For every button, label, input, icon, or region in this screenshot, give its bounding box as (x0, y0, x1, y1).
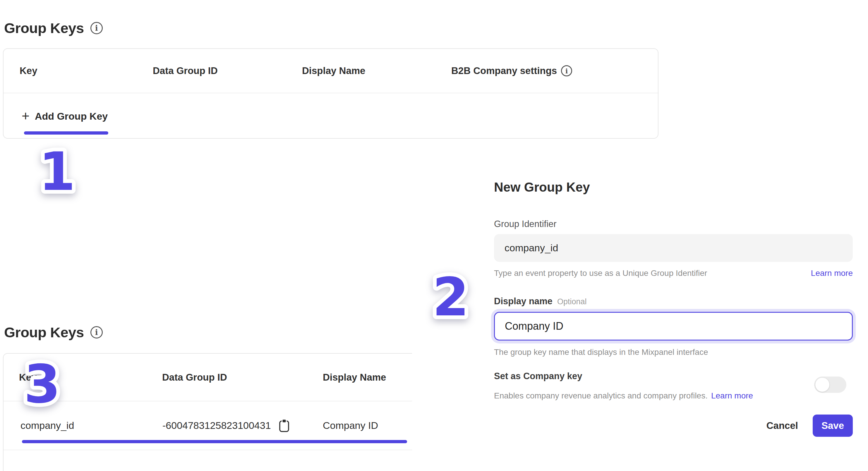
form-title: New Group Key (494, 180, 590, 194)
group-keys-heading-top: Group Keys i (4, 20, 103, 36)
column-header-data-group-id: Data Group ID (162, 372, 323, 383)
group-identifier-value: company_id (504, 242, 558, 254)
info-icon[interactable]: i (90, 22, 103, 34)
page-title: Group Keys (4, 20, 84, 36)
column-header-display-name: Display Name (323, 372, 386, 383)
save-button[interactable]: Save (813, 414, 853, 437)
group-identifier-input[interactable]: company_id (494, 234, 853, 262)
cell-key: company_id (3, 420, 162, 431)
column-header-key: Key (3, 65, 153, 76)
step-2-badge: 2 (426, 272, 475, 334)
company-key-label: Set as Company key (494, 371, 582, 381)
row-highlight-underline (22, 440, 407, 443)
toggle-knob (815, 378, 829, 392)
learn-more-link[interactable]: Learn more (811, 269, 853, 278)
display-name-label: Display name (494, 296, 553, 307)
group-identifier-helper-row: Type an event property to use as a Uniqu… (494, 269, 853, 278)
page-title: Group Keys (4, 324, 84, 341)
svg-text:3: 3 (24, 353, 60, 414)
column-header-display-name: Display Name (302, 65, 451, 76)
row-separator (3, 450, 412, 450)
learn-more-link[interactable]: Learn more (711, 391, 753, 401)
page: Group Keys i Key Data Group ID Display N… (0, 0, 868, 471)
svg-text:1: 1 (39, 141, 75, 202)
display-name-value: Company ID (505, 320, 563, 332)
group-identifier-helper: Type an event property to use as a Uniqu… (494, 269, 707, 278)
optional-badge: Optional (557, 297, 587, 306)
form-actions: Cancel Save (494, 414, 853, 437)
column-header-data-group-id: Data Group ID (153, 65, 302, 76)
group-identifier-label: Group Identifier (494, 219, 557, 229)
step-3-badge: 3 (17, 357, 67, 420)
info-icon[interactable]: i (561, 65, 572, 76)
display-name-helper: The group key name that displays in the … (494, 348, 708, 357)
display-name-label-row: Display name Optional (494, 296, 586, 307)
step-1-badge: 1 (35, 143, 79, 206)
group-keys-table-top: Key Data Group ID Display Name B2B Compa… (3, 48, 658, 139)
company-key-toggle[interactable] (814, 377, 846, 393)
info-icon[interactable]: i (90, 326, 103, 339)
column-header-b2b-settings: B2B Company settings i (451, 65, 572, 76)
plus-icon: + (22, 109, 30, 123)
cell-data-group-id: -6004783125823100431 (162, 418, 323, 433)
company-key-helper: Enables company revenue analytics and co… (494, 391, 708, 401)
company-key-helper-row: Enables company revenue analytics and co… (494, 391, 853, 401)
group-keys-heading-bottom: Group Keys i (4, 324, 103, 341)
display-name-input[interactable]: Company ID (494, 312, 853, 341)
table-header-row: Key Data Group ID Display Name B2B Compa… (3, 49, 658, 93)
cancel-button[interactable]: Cancel (767, 420, 798, 431)
svg-text:2: 2 (432, 266, 469, 328)
add-button-highlight-underline (24, 131, 108, 134)
cell-display-name: Company ID (323, 420, 378, 431)
copy-icon[interactable] (278, 418, 290, 433)
